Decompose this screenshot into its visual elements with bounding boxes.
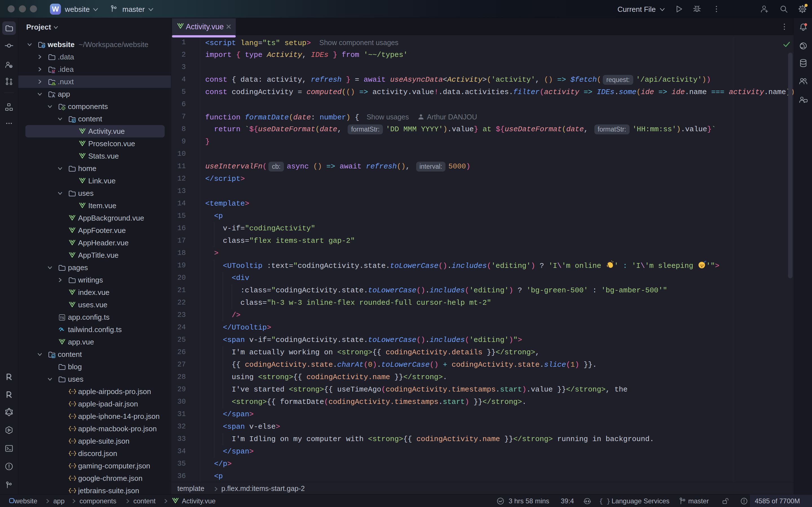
svg-text:{ }: { } xyxy=(600,498,610,505)
svg-text:?: ? xyxy=(10,65,11,68)
svg-text:TS: TS xyxy=(60,316,64,320)
svg-text:z: z xyxy=(705,261,706,263)
svg-text:IJ: IJ xyxy=(52,69,54,73)
